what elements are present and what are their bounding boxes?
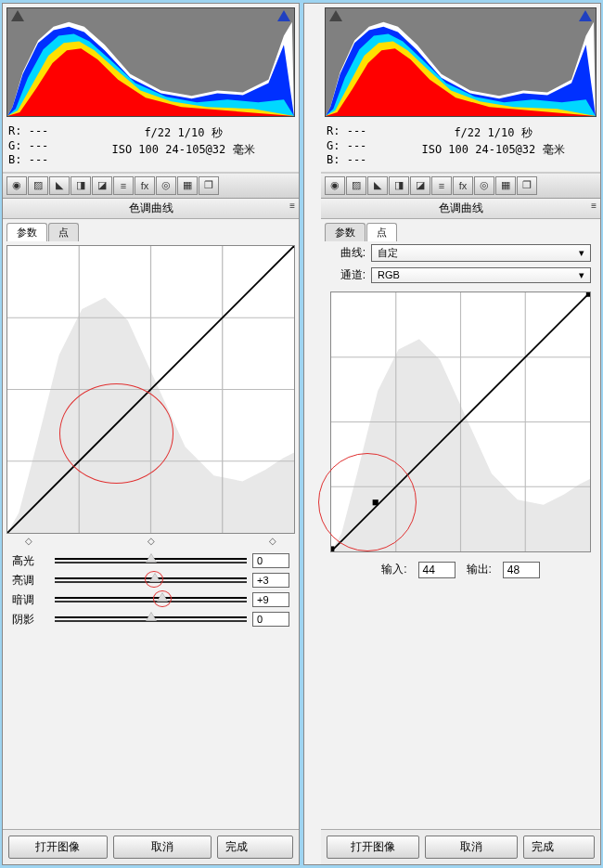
tool-split-icon[interactable]: ◪ xyxy=(410,176,430,195)
dark-slider[interactable] xyxy=(55,594,247,605)
tool-hsl-icon[interactable]: ◨ xyxy=(389,176,409,195)
tool-lens-icon[interactable]: ≡ xyxy=(113,176,134,195)
curve-value: 自定 xyxy=(378,246,398,260)
section-menu-icon[interactable]: ≡ xyxy=(591,201,597,211)
exposure-line1: f/22 1/10 秒 xyxy=(391,124,595,141)
highlight-label: 高光 xyxy=(12,553,49,569)
chevron-down-icon: ▾ xyxy=(579,269,584,281)
curve-point xyxy=(373,499,378,505)
channel-dropdown-row: 通道: RGB ▾ xyxy=(321,265,600,286)
tool-curve-icon[interactable]: ▨ xyxy=(28,176,48,195)
metadata-row: R: --- G: --- B: --- f/22 1/10 秒 ISO 100… xyxy=(321,121,600,173)
tab-params[interactable]: 参数 xyxy=(6,223,47,241)
curve-dropdown[interactable]: 自定 ▾ xyxy=(371,244,591,262)
tool-camera-icon[interactable]: ◎ xyxy=(156,176,176,195)
tool-preset-icon[interactable]: ▦ xyxy=(177,176,198,195)
slider-highlight: 高光 0 xyxy=(3,551,299,571)
shadow-slider[interactable] xyxy=(55,614,247,625)
exposure-line2: ISO 100 24-105@32 毫米 xyxy=(391,141,595,158)
channel-value: RGB xyxy=(378,269,400,280)
bottom-buttons: 打开图像 取消 完成 xyxy=(3,829,299,864)
exposure-line1: f/22 1/10 秒 xyxy=(73,124,293,141)
rgb-readout: R: --- G: --- B: --- xyxy=(8,124,73,168)
section-menu-icon[interactable]: ≡ xyxy=(289,201,295,211)
exposure-readout: f/22 1/10 秒 ISO 100 24-105@32 毫米 xyxy=(391,124,595,168)
tool-basic-icon[interactable]: ◉ xyxy=(6,176,27,195)
rgb-readout: R: --- G: --- B: --- xyxy=(327,124,391,168)
light-slider[interactable] xyxy=(55,575,247,586)
histogram[interactable] xyxy=(6,7,295,117)
acr-panel-right: R: --- G: --- B: --- f/22 1/10 秒 ISO 100… xyxy=(303,3,601,865)
light-value[interactable]: +3 xyxy=(252,573,289,588)
output-value[interactable]: 48 xyxy=(503,562,540,578)
done-button[interactable]: 完成 xyxy=(523,836,595,859)
dark-value[interactable]: +9 xyxy=(252,592,289,607)
done-button[interactable]: 完成 xyxy=(217,836,293,859)
tool-fx-icon[interactable]: fx xyxy=(453,176,473,195)
cancel-button[interactable]: 取消 xyxy=(113,836,212,859)
shadow-value[interactable]: 0 xyxy=(252,612,289,627)
exposure-line2: ISO 100 24-105@32 毫米 xyxy=(73,141,293,158)
tab-row: 参数 点 xyxy=(3,219,299,241)
highlight-slider[interactable] xyxy=(55,555,247,566)
shadow-label: 阴影 xyxy=(12,612,49,628)
section-title-text: 色调曲线 xyxy=(439,201,483,214)
channel-dropdown[interactable]: RGB ▾ xyxy=(371,267,591,283)
adjust-toolbar: ◉ ▨ ◣ ◨ ◪ ≡ fx ◎ ▦ ❐ xyxy=(321,173,600,199)
open-image-button[interactable]: 打开图像 xyxy=(327,836,419,859)
histogram[interactable] xyxy=(325,7,597,117)
region-markers: ◇ ◇ ◇ xyxy=(6,536,295,546)
adjust-toolbar: ◉ ▨ ◣ ◨ ◪ ≡ fx ◎ ▦ ❐ xyxy=(3,173,299,199)
tab-points[interactable]: 点 xyxy=(366,223,397,241)
curve-graph[interactable] xyxy=(6,245,295,534)
tool-lens-icon[interactable]: ≡ xyxy=(431,176,452,195)
input-label: 输入: xyxy=(381,562,406,578)
slider-dark: 暗调 +9 xyxy=(3,590,299,610)
tool-fx-icon[interactable]: fx xyxy=(135,176,155,195)
dark-label: 暗调 xyxy=(12,592,49,608)
section-title-text: 色调曲线 xyxy=(129,201,173,214)
g-value: G: --- xyxy=(8,139,73,154)
tab-row: 参数 点 xyxy=(321,219,600,241)
tool-split-icon[interactable]: ◪ xyxy=(92,176,112,195)
tab-params[interactable]: 参数 xyxy=(325,223,366,241)
tool-detail-icon[interactable]: ◣ xyxy=(49,176,70,195)
tab-points[interactable]: 点 xyxy=(48,223,79,241)
tool-curve-icon[interactable]: ▨ xyxy=(346,176,366,195)
input-value[interactable]: 44 xyxy=(418,562,455,578)
metadata-row: R: --- G: --- B: --- f/22 1/10 秒 ISO 100… xyxy=(3,121,299,173)
tool-detail-icon[interactable]: ◣ xyxy=(367,176,388,195)
marker-icon[interactable]: ◇ xyxy=(148,536,155,546)
section-title: 色调曲线 ≡ xyxy=(3,199,299,219)
tool-snapshot-icon[interactable]: ❐ xyxy=(199,176,219,195)
bottom-buttons: 打开图像 取消 完成 xyxy=(321,829,600,864)
channel-label: 通道: xyxy=(330,267,366,283)
slider-shadow: 阴影 0 xyxy=(3,610,299,629)
b-value: B: --- xyxy=(8,153,73,168)
open-image-button[interactable]: 打开图像 xyxy=(8,836,108,859)
tool-preset-icon[interactable]: ▦ xyxy=(495,176,516,195)
exposure-readout: f/22 1/10 秒 ISO 100 24-105@32 毫米 xyxy=(73,124,293,168)
marker-icon[interactable]: ◇ xyxy=(25,536,32,546)
svg-rect-15 xyxy=(586,292,590,297)
svg-rect-14 xyxy=(331,546,334,551)
curve-graph[interactable] xyxy=(330,291,591,552)
chevron-down-icon: ▾ xyxy=(579,247,584,259)
b-value: B: --- xyxy=(327,153,391,168)
slider-light: 亮调 +3 xyxy=(3,571,299,590)
tool-camera-icon[interactable]: ◎ xyxy=(474,176,494,195)
tool-hsl-icon[interactable]: ◨ xyxy=(71,176,91,195)
r-value: R: --- xyxy=(8,124,73,139)
section-title: 色调曲线 ≡ xyxy=(321,199,600,219)
curve-label: 曲线: xyxy=(330,245,366,261)
input-output-row: 输入: 44 输出: 48 xyxy=(321,558,600,586)
highlight-value[interactable]: 0 xyxy=(252,553,289,568)
tool-basic-icon[interactable]: ◉ xyxy=(325,176,345,195)
g-value: G: --- xyxy=(327,139,391,154)
cancel-button[interactable]: 取消 xyxy=(425,836,518,859)
tool-snapshot-icon[interactable]: ❐ xyxy=(517,176,537,195)
output-label: 输出: xyxy=(467,562,492,578)
marker-icon[interactable]: ◇ xyxy=(269,536,276,546)
curve-dropdown-row: 曲线: 自定 ▾ xyxy=(321,241,600,265)
acr-panel-left: ⊕ ≡ R: --- G: --- B: --- f/22 1/10 秒 xyxy=(2,3,300,865)
